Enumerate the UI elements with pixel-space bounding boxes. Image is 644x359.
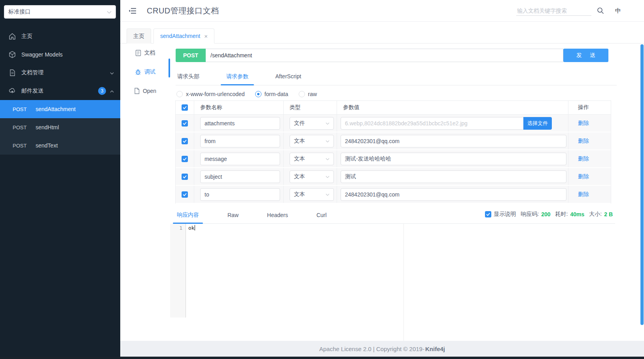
row-checkbox[interactable] [182, 191, 188, 198]
radio-icon [299, 91, 305, 97]
param-value-input[interactable] [341, 135, 566, 147]
radio-raw[interactable]: raw [299, 91, 317, 97]
sidebar-nav: 主页 Swagger Models 文档管理 邮件发送 3 [0, 27, 120, 155]
mini-tab-debug[interactable]: 调试 [120, 62, 170, 81]
row-checkbox[interactable] [182, 174, 188, 180]
method-badge: POST [176, 49, 206, 62]
chevron-down-icon [107, 9, 112, 15]
size-label: 大小: [589, 211, 602, 218]
radio-label: raw [308, 91, 317, 97]
param-type-select[interactable]: 文本 [290, 153, 334, 165]
choose-file-button[interactable]: 选择文件 [523, 117, 552, 130]
request-url-input[interactable] [206, 49, 563, 62]
document-icon [135, 50, 141, 56]
header-actions: 中 [516, 6, 621, 16]
doc-tabbar: 主页 sendAttachment × [120, 22, 644, 43]
chevron-down-icon [326, 156, 330, 162]
send-button[interactable]: 发 送 [563, 49, 608, 62]
vertical-scrollbar[interactable] [640, 44, 644, 325]
tab-curl[interactable]: Curl [315, 206, 328, 223]
sidebar-item-sendattachment[interactable]: POST sendAttachment [0, 100, 120, 118]
left-sidebar: 标准接口 主页 Swagger Models 文档管理 [0, 0, 120, 357]
method-label: POST [13, 125, 36, 130]
page-title: CRUD管理接口文档 [147, 6, 219, 16]
debug-panel: POST 发 送 请求头部 请求参数 AfterScript x-www-for… [170, 43, 644, 341]
tab-request-params[interactable]: 请求参数 [225, 68, 250, 85]
show-description-label: 显示说明 [494, 211, 516, 218]
tab-sendattachment[interactable]: sendAttachment × [153, 28, 214, 43]
tab-response-content[interactable]: 响应内容 [175, 205, 201, 223]
delete-row-link[interactable]: 删除 [578, 155, 589, 162]
sidebar-item-home[interactable]: 主页 [0, 27, 120, 45]
close-icon[interactable]: × [204, 33, 208, 40]
param-name-input[interactable] [200, 153, 280, 165]
param-type-select[interactable]: 文件 [290, 117, 334, 130]
method-label: POST [13, 106, 36, 112]
radio-label: form-data [265, 91, 288, 97]
sidebar-item-sendhtml[interactable]: POST sendHtml [0, 118, 120, 136]
param-type-select[interactable]: 文本 [290, 170, 334, 183]
delete-row-link[interactable]: 删除 [578, 191, 589, 198]
show-description-checkbox[interactable] [485, 211, 491, 217]
table-row: 文本 删除 [176, 186, 611, 204]
top-header: CRUD管理接口文档 中 [120, 0, 644, 22]
tab-request-headers[interactable]: 请求头部 [176, 68, 201, 85]
tab-raw[interactable]: Raw [226, 206, 240, 223]
elapsed-value: 40ms [570, 211, 585, 217]
chevron-down-icon [326, 138, 330, 144]
response-editor[interactable]: 1 ok [170, 224, 611, 317]
mail-send-icon [9, 87, 16, 94]
api-label: sendText [36, 142, 58, 149]
tab-afterscript[interactable]: AfterScript [274, 68, 303, 85]
radio-x-www-form-urlencoded[interactable]: x-www-form-urlencoded [176, 91, 245, 97]
radio-form-data[interactable]: form-data [255, 91, 288, 97]
delete-row-link[interactable]: 删除 [578, 173, 589, 180]
tab-home[interactable]: 主页 [127, 28, 151, 43]
file-field: 选择文件 [341, 117, 552, 130]
sidebar-item-doc-manage[interactable]: 文档管理 [0, 64, 120, 82]
mini-tab-label: 调试 [144, 68, 155, 76]
sidebar-item-swagger-models[interactable]: Swagger Models [0, 45, 120, 64]
param-type-select[interactable]: 文本 [290, 188, 334, 201]
tab-headers[interactable]: Headers [265, 206, 290, 223]
param-name-input[interactable] [200, 117, 280, 130]
sidebar-item-label: 邮件发送 [21, 87, 98, 94]
chevron-down-icon [110, 70, 114, 76]
select-all-checkbox[interactable] [182, 104, 188, 111]
param-name-input[interactable] [200, 188, 280, 201]
param-value-input[interactable] [341, 117, 552, 130]
chevron-down-icon [326, 192, 330, 197]
editor-content[interactable]: ok [186, 224, 611, 317]
search-icon[interactable] [597, 7, 604, 14]
sidebar-item-sendtext[interactable]: POST sendText [0, 136, 120, 155]
mail-send-submenu: POST sendAttachment POST sendHtml POST s… [0, 100, 120, 155]
param-value-input[interactable] [341, 188, 566, 201]
row-checkbox[interactable] [182, 120, 188, 127]
delete-row-link[interactable]: 删除 [578, 120, 589, 127]
radio-label: x-www-form-urlencoded [186, 91, 245, 97]
delete-row-link[interactable]: 删除 [578, 138, 589, 145]
api-group-select[interactable]: 标准接口 [4, 5, 116, 19]
param-value-input[interactable] [341, 170, 566, 183]
param-type-select[interactable]: 文本 [290, 135, 334, 147]
doc-search-input[interactable] [516, 6, 591, 16]
api-label: sendAttachment [36, 106, 76, 112]
param-value-input[interactable] [341, 153, 566, 165]
row-checkbox[interactable] [182, 156, 188, 162]
menu-fold-icon[interactable] [129, 8, 136, 14]
params-table: 参数名称 类型 参数值 操作 文件 选择文件 删除 [175, 100, 611, 204]
sidebar-item-mail-send[interactable]: 邮件发送 3 [0, 82, 120, 100]
language-toggle[interactable]: 中 [615, 7, 621, 15]
row-checkbox[interactable] [182, 138, 188, 144]
api-label: sendHtml [36, 124, 59, 130]
column-header-type: 类型 [284, 101, 337, 114]
mini-tab-doc[interactable]: 文档 [120, 43, 170, 62]
param-type-value: 文本 [294, 155, 305, 162]
sidebar-item-label: 文档管理 [21, 69, 110, 76]
param-name-input[interactable] [200, 135, 280, 147]
window-bottom-edge [0, 357, 644, 359]
license-text: Apache License 2.0 | Copyright © 2019- [319, 346, 424, 352]
request-tabs: 请求头部 请求参数 AfterScript [176, 68, 617, 85]
mini-tab-open[interactable]: Open [120, 81, 170, 100]
param-name-input[interactable] [200, 170, 280, 183]
